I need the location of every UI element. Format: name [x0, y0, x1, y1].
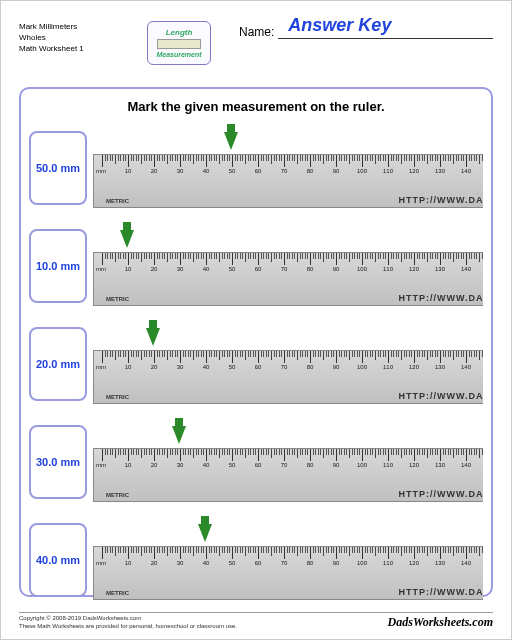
- tick-label: 70: [281, 560, 288, 566]
- tick-label: 50: [229, 364, 236, 370]
- tick-label: 130: [435, 364, 445, 370]
- ruler: 102030405060708090100110120130140150160m…: [93, 448, 483, 502]
- ruler-zone: 102030405060708090100110120130140150160m…: [93, 516, 483, 604]
- tick-label: 30: [177, 364, 184, 370]
- tick-label: 130: [435, 560, 445, 566]
- answer-key-text: Answer Key: [288, 15, 391, 36]
- tick-label: 60: [255, 462, 262, 468]
- tick-label: 120: [409, 462, 419, 468]
- ruler-icon: [157, 39, 201, 49]
- watermark: HTTP://WWW.DADS: [399, 587, 484, 597]
- value-box: 40.0 mm: [29, 523, 87, 597]
- value-text: 20.0 mm: [36, 358, 80, 370]
- tick-label: 90: [333, 168, 340, 174]
- tick-label: 20: [151, 462, 158, 468]
- worksheet-page: Mark Millimeters Wholes Math Worksheet 1…: [0, 0, 512, 640]
- arrow-down-icon: [224, 132, 238, 150]
- tick-label: 110: [383, 364, 393, 370]
- metric-label: METRIC: [106, 492, 129, 498]
- value-text: 40.0 mm: [36, 554, 80, 566]
- measurement-row: 20.0 mm102030405060708090100110120130140…: [29, 320, 483, 408]
- mm-label: mm: [96, 462, 106, 468]
- mm-label: mm: [96, 560, 106, 566]
- arrow-down-icon: [120, 230, 134, 248]
- mm-label: mm: [96, 364, 106, 370]
- tick-label: 100: [357, 364, 367, 370]
- name-input-line[interactable]: Answer Key: [278, 21, 493, 39]
- footer: Copyright © 2008-2019 DadsWorksheets.com…: [19, 612, 493, 631]
- tick-label: 90: [333, 462, 340, 468]
- title-line-2: Wholes: [19, 32, 139, 43]
- tick-label: 80: [307, 462, 314, 468]
- tick-label: 110: [383, 168, 393, 174]
- tick-label: 100: [357, 168, 367, 174]
- watermark: HTTP://WWW.DADS: [399, 489, 484, 499]
- tick-label: 110: [383, 462, 393, 468]
- copyright-text: Copyright © 2008-2019 DadsWorksheets.com: [19, 615, 237, 623]
- tick-label: 70: [281, 364, 288, 370]
- tick-label: 100: [357, 266, 367, 272]
- arrow-down-icon: [146, 328, 160, 346]
- tick-label: 90: [333, 364, 340, 370]
- tick-label: 80: [307, 560, 314, 566]
- rows-container: 50.0 mm102030405060708090100110120130140…: [29, 124, 483, 604]
- ruler: 102030405060708090100110120130140150160m…: [93, 350, 483, 404]
- tick-label: 20: [151, 266, 158, 272]
- measurement-row: 30.0 mm102030405060708090100110120130140…: [29, 418, 483, 506]
- arrow-down-icon: [198, 524, 212, 542]
- content-frame: Mark the given measurement on the ruler.…: [19, 87, 493, 597]
- tick-label: 120: [409, 266, 419, 272]
- tick-label: 140: [461, 364, 471, 370]
- tick-label: 40: [203, 266, 210, 272]
- ruler: 102030405060708090100110120130140150160m…: [93, 252, 483, 306]
- metric-label: METRIC: [106, 296, 129, 302]
- watermark: HTTP://WWW.DADS: [399, 195, 484, 205]
- logo-text-bottom: Measurement: [156, 51, 201, 58]
- tick-label: 10: [125, 168, 132, 174]
- metric-label: METRIC: [106, 198, 129, 204]
- ruler-zone: 102030405060708090100110120130140150160m…: [93, 418, 483, 506]
- header-title-block: Mark Millimeters Wholes Math Worksheet 1: [19, 21, 139, 55]
- title-line-1: Mark Millimeters: [19, 21, 139, 32]
- value-text: 50.0 mm: [36, 162, 80, 174]
- value-box: 20.0 mm: [29, 327, 87, 401]
- tick-label: 20: [151, 364, 158, 370]
- tick-label: 30: [177, 560, 184, 566]
- tick-label: 100: [357, 560, 367, 566]
- tick-label: 40: [203, 364, 210, 370]
- tick-label: 100: [357, 462, 367, 468]
- watermark: HTTP://WWW.DADS: [399, 293, 484, 303]
- tick-label: 90: [333, 266, 340, 272]
- tick-label: 130: [435, 168, 445, 174]
- tick-label: 30: [177, 168, 184, 174]
- watermark: HTTP://WWW.DADS: [399, 391, 484, 401]
- ruler-zone: 102030405060708090100110120130140150160m…: [93, 124, 483, 212]
- tick-label: 60: [255, 266, 262, 272]
- ruler-zone: 102030405060708090100110120130140150160m…: [93, 222, 483, 310]
- tick-label: 60: [255, 560, 262, 566]
- metric-label: METRIC: [106, 590, 129, 596]
- tick-label: 20: [151, 168, 158, 174]
- value-text: 30.0 mm: [36, 456, 80, 468]
- tick-label: 140: [461, 560, 471, 566]
- logo-text-top: Length: [166, 28, 193, 37]
- mm-label: mm: [96, 266, 106, 272]
- tick-label: 10: [125, 266, 132, 272]
- value-box: 10.0 mm: [29, 229, 87, 303]
- header: Mark Millimeters Wholes Math Worksheet 1…: [19, 21, 493, 81]
- tick-label: 50: [229, 560, 236, 566]
- measurement-row: 50.0 mm102030405060708090100110120130140…: [29, 124, 483, 212]
- tick-label: 130: [435, 266, 445, 272]
- value-box: 30.0 mm: [29, 425, 87, 499]
- ruler: 102030405060708090100110120130140150160m…: [93, 546, 483, 600]
- tick-label: 120: [409, 168, 419, 174]
- metric-label: METRIC: [106, 394, 129, 400]
- instruction-text: Mark the given measurement on the ruler.: [29, 99, 483, 114]
- tick-label: 10: [125, 364, 132, 370]
- tick-label: 40: [203, 462, 210, 468]
- value-box: 50.0 mm: [29, 131, 87, 205]
- tick-label: 110: [383, 560, 393, 566]
- measurement-row: 40.0 mm102030405060708090100110120130140…: [29, 516, 483, 604]
- tick-label: 50: [229, 462, 236, 468]
- tick-label: 60: [255, 168, 262, 174]
